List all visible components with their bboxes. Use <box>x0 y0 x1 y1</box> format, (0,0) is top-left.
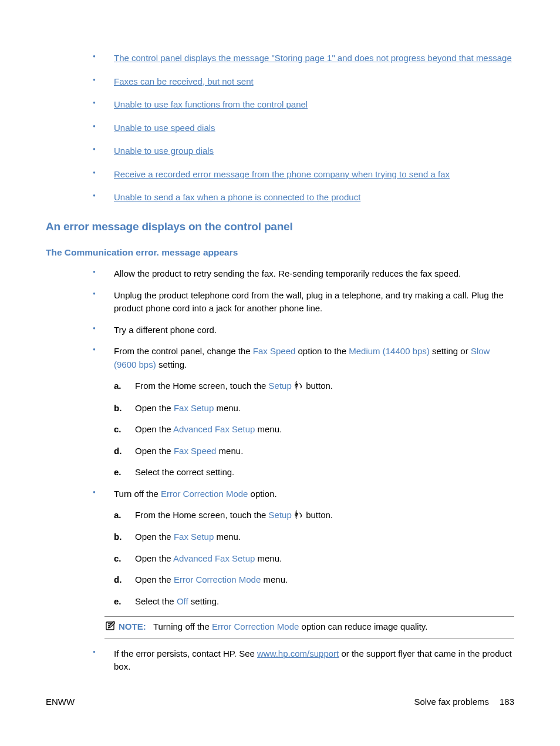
note-callout: NOTE: Turning off the Error Correction M… <box>104 616 514 639</box>
list-item: If the error persists, contact HP. See w… <box>93 647 514 674</box>
step-item: c.Open the Advanced Fax Setup menu. <box>114 552 514 566</box>
list-item: Allow the product to retry sending the f… <box>93 267 514 281</box>
step-item: b.Open the Fax Setup menu. <box>114 402 514 415</box>
topic-link[interactable]: Unable to send a fax when a phone is con… <box>114 192 360 202</box>
topic-links-list: The control panel displays the message "… <box>46 52 514 204</box>
ui-term: Setup <box>269 381 292 391</box>
step-marker: e. <box>114 466 122 479</box>
step-marker: d. <box>114 573 122 587</box>
text: button. <box>303 510 333 520</box>
ui-term: Fax Speed <box>253 346 296 356</box>
text: option to the <box>295 346 349 356</box>
step-marker: c. <box>114 423 122 436</box>
step-item: a.From the Home screen, touch the Setup … <box>114 379 514 393</box>
page-content: The control panel displays the message "… <box>0 0 560 674</box>
page-number: 183 <box>500 697 514 707</box>
text: menu. <box>214 532 241 542</box>
text: Turning off the <box>153 622 212 632</box>
list-item: Faxes can be received, but not sent <box>93 75 514 89</box>
text: menu. <box>255 424 282 434</box>
note-icon <box>104 620 117 635</box>
text: Open the <box>135 532 174 542</box>
steps-list: a.From the Home screen, touch the Setup … <box>114 509 514 608</box>
text: setting. <box>156 359 187 369</box>
topic-link[interactable]: Receive a recorded error message from th… <box>114 169 450 179</box>
steps-list: a.From the Home screen, touch the Setup … <box>114 379 514 479</box>
step-item: e.Select the correct setting. <box>114 466 514 479</box>
text: option. <box>248 489 276 499</box>
text: If the error persists, contact HP. See <box>114 648 257 658</box>
support-link[interactable]: www.hp.com/support <box>257 648 339 658</box>
note-label: NOTE: <box>119 622 146 632</box>
ui-term: Off <box>177 596 188 606</box>
ui-term: Fax Setup <box>174 403 214 413</box>
step-item: a.From the Home screen, touch the Setup … <box>114 509 514 522</box>
instructions-list: If the error persists, contact HP. See w… <box>46 647 514 674</box>
text: menu. <box>261 574 288 584</box>
text: Open the <box>135 553 173 563</box>
text: button. <box>303 381 333 391</box>
ui-term: Advanced Fax Setup <box>173 424 255 434</box>
step-marker: b. <box>114 402 122 415</box>
text: menu. <box>255 553 282 563</box>
list-item: Unable to use group dials <box>93 145 514 158</box>
topic-link[interactable]: Unable to use group dials <box>114 146 214 156</box>
step-marker: a. <box>114 379 122 393</box>
list-item: Receive a recorded error message from th… <box>93 168 514 182</box>
list-item: Turn off the Error Correction Mode optio… <box>93 488 514 609</box>
svg-point-1 <box>296 513 298 515</box>
ui-term: Setup <box>269 510 292 520</box>
text: Open the <box>135 424 173 434</box>
step-item: d.Open the Error Correction Mode menu. <box>114 573 514 587</box>
ui-term: Advanced Fax Setup <box>173 553 255 563</box>
text: From the Home screen, touch the <box>135 381 269 391</box>
text: menu. <box>216 446 243 456</box>
text: From the control panel, change the <box>114 346 253 356</box>
text: Turn off the <box>114 489 161 499</box>
step-item: c.Open the Advanced Fax Setup menu. <box>114 423 514 436</box>
list-item: Unable to use fax functions from the con… <box>93 98 514 112</box>
topic-link[interactable]: Unable to use fax functions from the con… <box>114 99 308 109</box>
footer-left: ENWW <box>46 695 75 709</box>
text: Open the <box>135 446 174 456</box>
text: Open the <box>135 403 174 413</box>
topic-link[interactable]: Unable to use speed dials <box>114 123 215 133</box>
list-item: Unplug the product telephone cord from t… <box>93 289 514 315</box>
topic-link[interactable]: Faxes can be received, but not sent <box>114 76 254 86</box>
svg-point-0 <box>296 384 298 385</box>
list-item: From the control panel, change the Fax S… <box>93 345 514 479</box>
text: From the Home screen, touch the <box>135 510 269 520</box>
ui-term: Error Correction Mode <box>174 574 261 584</box>
ui-term: Fax Setup <box>174 532 214 542</box>
step-marker: d. <box>114 445 122 458</box>
topic-link[interactable]: The control panel displays the message "… <box>114 53 512 63</box>
list-item: Try a different phone cord. <box>93 324 514 337</box>
subsection-heading: The Communication error. message appears <box>46 246 514 259</box>
page-footer: ENWW Solve fax problems183 <box>46 695 514 709</box>
footer-section: Solve fax problems <box>414 697 489 707</box>
text: setting or <box>430 346 471 356</box>
list-item: Unable to send a fax when a phone is con… <box>93 191 514 204</box>
text: menu. <box>214 403 241 413</box>
ui-term: Medium (14400 bps) <box>349 346 430 356</box>
step-item: b.Open the Fax Setup menu. <box>114 530 514 544</box>
step-item: d.Open the Fax Speed menu. <box>114 445 514 458</box>
instructions-list: Allow the product to retry sending the f… <box>46 267 514 608</box>
section-heading: An error message displays on the control… <box>46 219 514 236</box>
ui-term: Error Correction Mode <box>212 622 299 632</box>
setup-icon <box>294 509 303 523</box>
text: Select the correct setting. <box>135 467 234 477</box>
text: Select the <box>135 596 177 606</box>
setup-icon <box>294 380 303 394</box>
step-marker: e. <box>114 595 122 609</box>
text: Open the <box>135 574 174 584</box>
step-item: e.Select the Off setting. <box>114 595 514 609</box>
step-marker: b. <box>114 530 122 544</box>
text: setting. <box>188 596 220 606</box>
list-item: The control panel displays the message "… <box>93 52 514 65</box>
text: option can reduce image quality. <box>299 622 427 632</box>
ui-term: Error Correction Mode <box>161 489 248 499</box>
list-item: Unable to use speed dials <box>93 122 514 135</box>
footer-right: Solve fax problems183 <box>414 695 514 709</box>
step-marker: a. <box>114 509 122 522</box>
